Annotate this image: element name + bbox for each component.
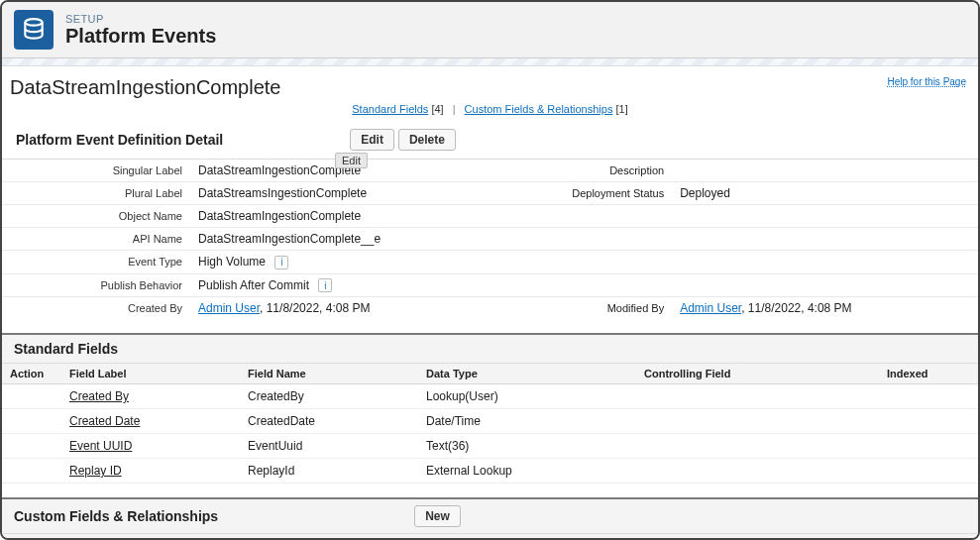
standard-fields-bar: Standard Fields bbox=[2, 333, 978, 364]
table-row: Created ByCreatedByLookup(User) bbox=[2, 384, 978, 409]
header-title: Platform Events bbox=[65, 25, 216, 48]
info-icon[interactable]: i bbox=[318, 278, 332, 292]
col-indexed: Indexed bbox=[507, 534, 606, 540]
svg-point-0 bbox=[25, 19, 42, 26]
detail-section-title: Platform Event Definition Detail bbox=[16, 132, 223, 148]
label-plural: Plural Label bbox=[2, 182, 190, 205]
value-object-name: DataStreamIngestionComplete bbox=[190, 205, 513, 228]
nav-sep: | bbox=[453, 103, 456, 115]
value-deployment-status: Deployed bbox=[672, 182, 978, 205]
col-action: Action bbox=[2, 534, 71, 540]
platform-events-icon bbox=[14, 10, 54, 50]
field-label-link[interactable]: Created By bbox=[69, 389, 129, 403]
edit-tooltip: Edit bbox=[335, 153, 368, 168]
field-name: EventUuid bbox=[240, 434, 418, 459]
col-indexed: Indexed bbox=[879, 364, 978, 384]
field-type: Date/Time bbox=[418, 409, 636, 434]
nav-standard-fields[interactable]: Standard Fields bbox=[352, 103, 428, 115]
value-publish-behavior: Publish After Commit i bbox=[190, 273, 513, 297]
label-modified-by: Modified By bbox=[513, 297, 672, 320]
value-event-type: High Volume i bbox=[190, 251, 513, 274]
col-data-type: Data Type bbox=[388, 534, 507, 540]
modified-by-user-link[interactable]: Admin User bbox=[680, 301, 741, 315]
setup-label: SETUP bbox=[65, 13, 216, 25]
label-description: Description bbox=[513, 160, 672, 182]
table-row: Event UUIDEventUuidText(36) bbox=[2, 434, 978, 459]
decorative-stripe bbox=[2, 58, 978, 66]
label-object-name: Object Name bbox=[2, 205, 190, 228]
custom-fields-bar: Custom Fields & Relationships New bbox=[2, 497, 978, 534]
new-button[interactable]: New bbox=[414, 505, 461, 527]
field-type: Text(36) bbox=[418, 434, 636, 459]
custom-fields-table: Action Field Label API Name Data Type In… bbox=[2, 534, 978, 540]
value-plural: DataStreamsIngestionComplete bbox=[190, 182, 513, 205]
edit-button[interactable]: Edit bbox=[350, 129, 394, 151]
created-by-ts: , 11/8/2022, 4:08 PM bbox=[260, 301, 370, 315]
page-head: DataStreamIngestionComplete Help for thi… bbox=[2, 66, 978, 101]
col-data-type: Data Type bbox=[418, 364, 636, 384]
col-controlling: Controlling Field bbox=[636, 364, 879, 384]
value-created-by: Admin User, 11/8/2022, 4:08 PM bbox=[190, 297, 513, 320]
table-row: Created DateCreatedDateDate/Time bbox=[2, 409, 978, 434]
label-publish-behavior: Publish Behavior bbox=[2, 273, 190, 297]
col-api-name: API Name bbox=[220, 534, 388, 540]
col-field-label: Field Label bbox=[71, 534, 220, 540]
nav-custom-fields[interactable]: Custom Fields & Relationships bbox=[465, 103, 613, 115]
col-action: Action bbox=[2, 364, 61, 384]
help-link[interactable]: Help for this Page bbox=[888, 76, 967, 87]
standard-fields-title: Standard Fields bbox=[14, 341, 118, 357]
custom-fields-title: Custom Fields & Relationships bbox=[14, 508, 218, 524]
label-deployment-status: Deployment Status bbox=[513, 182, 672, 205]
modified-by-ts: , 11/8/2022, 4:08 PM bbox=[741, 301, 851, 315]
label-event-type: Event Type bbox=[2, 251, 190, 274]
nav-links: Standard Fields [4] | Custom Fields & Re… bbox=[2, 103, 978, 115]
field-label-link[interactable]: Event UUID bbox=[69, 439, 132, 453]
field-name: CreatedDate bbox=[240, 409, 418, 434]
header-titles: SETUP Platform Events bbox=[65, 13, 216, 48]
col-controlling: Controlling Field bbox=[606, 534, 755, 540]
delete-button[interactable]: Delete bbox=[398, 129, 456, 151]
table-row: Replay IDReplayIdExternal Lookup bbox=[2, 459, 978, 484]
nav-standard-fields-count: [4] bbox=[431, 103, 443, 115]
nav-custom-fields-count: [1] bbox=[615, 103, 627, 115]
col-field-label: Field Label bbox=[61, 364, 240, 384]
field-type: External Lookup bbox=[418, 459, 636, 484]
value-modified-by: Admin User, 11/8/2022, 4:08 PM bbox=[672, 297, 978, 320]
field-label-link[interactable]: Replay ID bbox=[69, 464, 122, 478]
created-by-user-link[interactable]: Admin User bbox=[198, 301, 260, 315]
detail-table: Singular Label DataStreamIngestionComple… bbox=[2, 159, 978, 319]
detail-header: Platform Event Definition Detail Edit De… bbox=[2, 125, 978, 155]
field-name: ReplayId bbox=[240, 459, 418, 484]
label-singular: Singular Label bbox=[2, 160, 190, 182]
field-name: CreatedBy bbox=[240, 384, 418, 409]
field-label-link[interactable]: Created Date bbox=[69, 414, 140, 428]
label-created-by: Created By bbox=[2, 297, 190, 320]
col-field-name: Field Name bbox=[240, 364, 418, 384]
label-api-name: API Name bbox=[2, 228, 190, 251]
value-api-name: DataStreamIngestionComplete__e bbox=[190, 228, 513, 251]
page-title: DataStreamIngestionComplete bbox=[10, 76, 280, 99]
value-description bbox=[672, 160, 978, 182]
info-icon[interactable]: i bbox=[274, 256, 288, 270]
col-modified-by: Modified By bbox=[755, 534, 978, 540]
header: SETUP Platform Events bbox=[2, 2, 978, 58]
field-type: Lookup(User) bbox=[418, 384, 636, 409]
standard-fields-table: Action Field Label Field Name Data Type … bbox=[2, 364, 978, 484]
